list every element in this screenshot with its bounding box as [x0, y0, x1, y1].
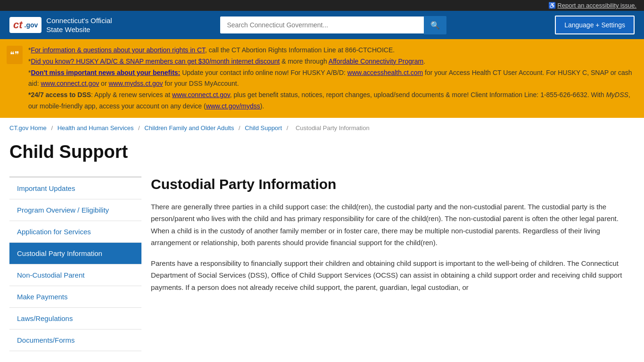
content-heading: Custodial Party Information: [151, 176, 635, 192]
ct-logo: ct: [13, 19, 23, 31]
logo-link[interactable]: ct .gov Connecticut's Official State Web…: [9, 16, 112, 34]
gov-logo: .gov: [25, 21, 38, 29]
quote-icon: ❝❞: [7, 46, 23, 64]
mydss-link2[interactable]: www.ct.gov/mydss: [206, 102, 260, 110]
connect-ct-link1[interactable]: www.connect.ct.gov: [41, 80, 99, 87]
site-header: ct .gov Connecticut's Official State Web…: [0, 11, 644, 39]
announcement-line1: *For information & questions about your …: [28, 45, 635, 56]
announcement-line2: *Did you know? HUSKY A/D/C & SNAP member…: [28, 56, 635, 67]
page-title: Child Support: [9, 142, 635, 162]
accesshealth-link[interactable]: www.accesshealth.ct.com: [347, 69, 423, 76]
accessibility-link[interactable]: Report an accessibility issue.: [557, 2, 636, 9]
breadcrumb-sep3: /: [239, 124, 240, 132]
breadcrumb-cfoa[interactable]: Children Family and Older Adults: [144, 124, 234, 132]
announcement-banner: ❝❞ *For information & questions about yo…: [0, 39, 644, 118]
benefits-news-link[interactable]: Don't miss important news about your ben…: [31, 69, 180, 76]
sidebar-item-make-payments[interactable]: Make Payments: [9, 286, 141, 308]
connect-ct-link2[interactable]: www.connect.ct.gov: [172, 91, 230, 99]
husky-discount-link[interactable]: Did you know? HUSKY A/D/C & SNAP members…: [31, 58, 280, 65]
breadcrumb-sep4: /: [287, 124, 289, 132]
language-settings-button[interactable]: Language + Settings: [555, 16, 635, 34]
breadcrumb-sep2: /: [138, 124, 140, 132]
search-button[interactable]: 🔍: [424, 16, 446, 34]
sidebar-item-custodial-party[interactable]: Custodial Party Information: [9, 243, 141, 264]
content-paragraph1: There are generally three parties in a c…: [151, 201, 635, 249]
breadcrumb: CT.gov Home / Health and Human Services …: [0, 118, 644, 138]
mydss-link1[interactable]: www.mydss.ct.gov: [108, 80, 163, 87]
acp-link[interactable]: Affordable Connectivity Program: [329, 58, 423, 65]
sidebar-item-non-custodial[interactable]: Non-Custodial Parent: [9, 264, 141, 286]
sidebar-item-program-overview[interactable]: Program Overview / Eligibility: [9, 199, 141, 221]
main-content: Custodial Party Information There are ge…: [151, 176, 635, 351]
abortion-rights-link[interactable]: For information & questions about your a…: [31, 46, 205, 54]
page-title-area: Child Support: [0, 138, 644, 172]
breadcrumb-hhs[interactable]: Health and Human Services: [58, 124, 134, 132]
content-paragraph2: Parents have a responsibility to financi…: [151, 257, 635, 294]
sidebar-item-important-updates[interactable]: Important Updates: [9, 178, 141, 199]
breadcrumb-current: Custodial Party Information: [296, 124, 370, 132]
logo-box: ct .gov: [9, 17, 41, 33]
breadcrumb-sep1: /: [51, 124, 53, 132]
announcement-line4: *24/7 access to DSS: Apply & renew servi…: [28, 90, 635, 112]
accessibility-bar: ♿ Report an accessibility issue.: [0, 0, 644, 11]
breadcrumb-home[interactable]: CT.gov Home: [9, 124, 47, 132]
sidebar: Important Updates Program Overview / Eli…: [9, 176, 141, 351]
announcement-line3: *Don't miss important news about your be…: [28, 67, 635, 90]
content-layout: Important Updates Program Overview / Eli…: [0, 176, 644, 351]
sidebar-item-documents-forms[interactable]: Documents/Forms: [9, 329, 141, 351]
breadcrumb-child-support[interactable]: Child Support: [245, 124, 282, 132]
site-title: Connecticut's Official State Website: [46, 16, 112, 34]
accessibility-icon: ♿: [548, 2, 556, 9]
sidebar-item-application[interactable]: Application for Services: [9, 221, 141, 243]
sidebar-item-laws-regs[interactable]: Laws/Regulations: [9, 308, 141, 329]
search-input[interactable]: [220, 16, 424, 33]
search-area: 🔍: [220, 16, 446, 34]
